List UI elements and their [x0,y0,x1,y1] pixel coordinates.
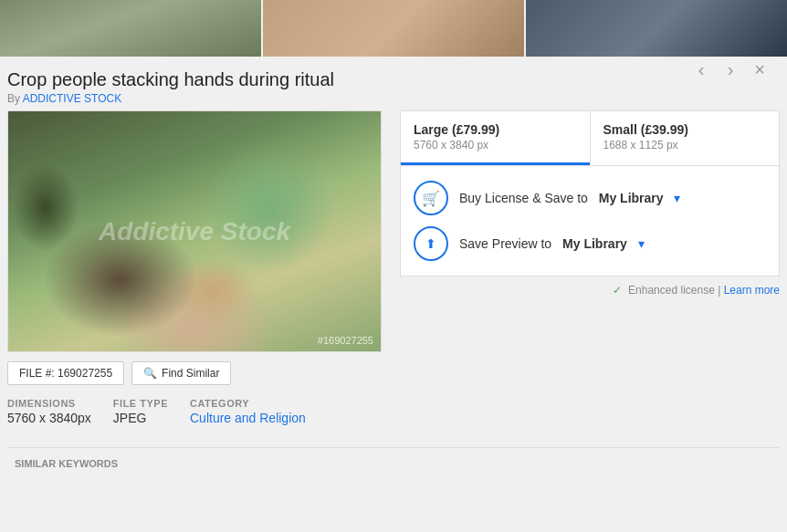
cart-icon: 🛒 [422,190,440,207]
buy-icon: 🛒 [414,181,448,215]
purchase-panel: Large (£79.99) 5760 x 3840 px Small (£39… [400,110,780,297]
image-panel: Addictive Stock #169027255 FILE #: 16902… [7,110,382,425]
image-file-number: #169027255 [318,335,373,346]
upload-icon: ⬆ [425,236,436,251]
save-preview-button[interactable]: Save Preview to My Library ▾ [459,236,645,251]
tab-small[interactable]: Small (£39.99) 1688 x 1125 px [590,111,780,165]
check-icon: ✓ [613,284,622,297]
save-preview-text-prefix: Save Preview to [459,236,551,251]
main-image: Addictive Stock #169027255 [7,110,382,352]
thumbnail-3[interactable] [524,0,787,57]
save-preview-library-label: My Library [562,236,627,251]
tab-small-dims: 1688 x 1125 px [603,139,767,151]
file-type-label: FILE TYPE [113,398,168,409]
bottom-section: SIMILAR KEYWORDS [0,436,787,470]
buy-text-prefix: Buy License & Save to [459,191,588,205]
meta-dimensions: DIMENSIONS 5760 x 3840px [7,398,91,425]
save-preview-action-row: ⬆ Save Preview to My Library ▾ [414,226,766,261]
similar-keywords-label: SIMILAR KEYWORDS [15,458,118,469]
meta-file-type: FILE TYPE JPEG [113,398,168,425]
author-name-link[interactable]: ADDICTIVE STOCK [23,92,121,105]
buy-dropdown-arrow: ▾ [674,191,680,205]
tab-large[interactable]: Large (£79.99) 5760 x 3840 px [401,111,590,165]
learn-more-link[interactable]: Learn more [724,284,780,297]
thumbnail-2[interactable] [261,0,524,57]
file-type-value: JPEG [113,411,168,425]
tab-small-title: Small (£39.99) [603,122,767,137]
license-row: ✓ Enhanced license | Learn more [400,276,780,297]
buy-license-button[interactable]: Buy License & Save to My Library ▾ [459,191,680,205]
dimensions-label: DIMENSIONS [7,398,91,409]
tab-large-dims: 5760 x 3840 px [414,139,577,151]
buy-library-label: My Library [599,191,664,205]
enhanced-license-label: Enhanced license [628,284,715,297]
category-value-link[interactable]: Culture and Religion [190,411,306,425]
thumbnail-1[interactable] [0,0,261,57]
size-tabs: Large (£79.99) 5760 x 3840 px Small (£39… [400,110,780,166]
image-visual [8,111,381,351]
file-number-button[interactable]: FILE #: 169027255 [7,361,124,385]
save-preview-icon: ⬆ [414,226,448,261]
purchase-actions: 🛒 Buy License & Save to My Library ▾ ⬆ S… [400,166,780,276]
thumbnail-strip [0,0,787,57]
dimensions-value: 5760 x 3840px [7,411,91,425]
similar-keywords-section: SIMILAR KEYWORDS [7,447,780,470]
search-icon: 🔍 [143,367,157,380]
find-similar-button[interactable]: 🔍 Find Similar [131,361,231,385]
content-area: Addictive Stock #169027255 FILE #: 16902… [0,110,787,436]
find-similar-label: Find Similar [162,367,219,380]
tab-large-title: Large (£79.99) [414,122,577,137]
by-label: By [7,92,20,105]
image-controls: FILE #: 169027255 🔍 Find Similar [7,361,382,385]
author-line: By ADDICTIVE STOCK [7,92,772,105]
save-preview-dropdown-arrow: ▾ [638,236,645,251]
buy-action-row: 🛒 Buy License & Save to My Library ▾ [414,181,766,215]
meta-section: DIMENSIONS 5760 x 3840px FILE TYPE JPEG … [7,398,382,425]
meta-category: CATEGORY Culture and Religion [190,398,306,425]
image-title: Crop people stacking hands during ritual [7,69,772,90]
category-label: CATEGORY [190,398,306,409]
image-header: Crop people stacking hands during ritual… [0,57,787,110]
